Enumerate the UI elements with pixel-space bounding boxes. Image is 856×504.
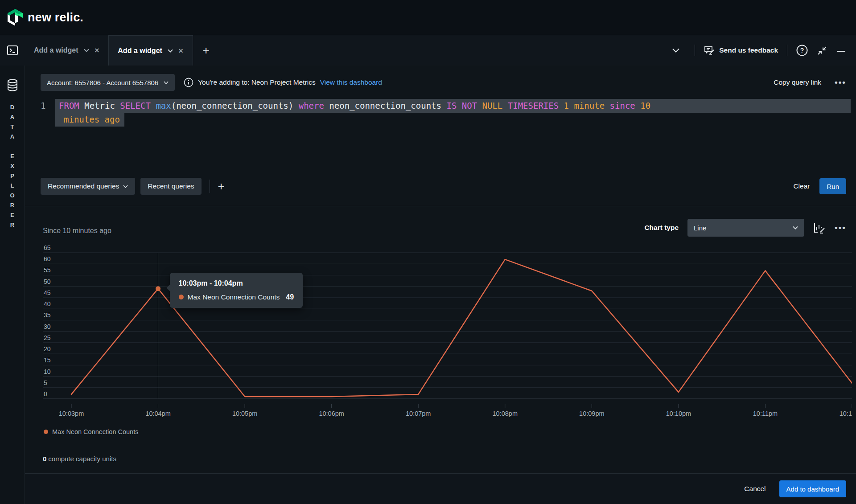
svg-text:10:05pm: 10:05pm bbox=[232, 410, 257, 417]
close-tab-icon[interactable]: ✕ bbox=[95, 47, 100, 54]
help-icon[interactable]: ? bbox=[796, 45, 808, 56]
svg-text:10:12pm: 10:12pm bbox=[840, 410, 852, 417]
chevron-down-icon bbox=[123, 185, 128, 188]
account-selector-value: Account: 6557806 - Account 6557806 bbox=[47, 79, 158, 86]
new-relic-logo-icon bbox=[7, 8, 23, 26]
nrql-editor[interactable]: 1 FROM Metric SELECT max(neon_connection… bbox=[41, 99, 851, 127]
line-chart-svg[interactable]: 0510152025303540455055606510:03pm10:04pm… bbox=[43, 243, 852, 419]
chevron-down-icon bbox=[793, 226, 798, 229]
copy-query-link-button[interactable]: Copy query link bbox=[774, 78, 821, 86]
chart-area[interactable]: 0510152025303540455055606510:03pm10:04pm… bbox=[43, 243, 852, 419]
tooltip-series-name: Max Neon Connection Counts bbox=[188, 293, 280, 301]
footer-bar: Cancel Add to dashboard bbox=[25, 473, 856, 504]
compute-capacity-caption: 0compute capacity units bbox=[43, 455, 116, 463]
query-options-menu-icon[interactable]: ••• bbox=[835, 78, 846, 87]
tab-bar: Add a widget ✕ Add a widget ✕ + bbox=[0, 35, 856, 66]
new-tab-button[interactable]: + bbox=[193, 35, 219, 66]
database-icon bbox=[7, 79, 18, 91]
query-actions-row: Recommended queries Recent queries + Cle… bbox=[41, 178, 846, 195]
tooltip-time-range: 10:03pm - 10:04pm bbox=[179, 279, 294, 287]
svg-text:10:09pm: 10:09pm bbox=[579, 410, 604, 417]
svg-text:50: 50 bbox=[44, 278, 51, 285]
app-header: new relic. bbox=[0, 0, 856, 35]
tab-label: Add a widget bbox=[34, 46, 78, 54]
svg-text:65: 65 bbox=[44, 244, 51, 251]
legend-color-dot bbox=[44, 430, 48, 434]
add-to-dashboard-button[interactable]: Add to dashboard bbox=[779, 480, 846, 497]
svg-text:10:10pm: 10:10pm bbox=[666, 410, 691, 417]
recommended-queries-label: Recommended queries bbox=[48, 182, 119, 190]
legend-label: Max Neon Connection Counts bbox=[52, 428, 138, 435]
recent-queries-button[interactable]: Recent queries bbox=[140, 178, 201, 195]
tab-add-widget-2[interactable]: Add a widget ✕ bbox=[108, 35, 193, 66]
chart-tooltip: 10:03pm - 10:04pm Max Neon Connection Co… bbox=[170, 273, 303, 308]
svg-text:10:06pm: 10:06pm bbox=[319, 410, 344, 417]
svg-text:30: 30 bbox=[44, 323, 51, 330]
svg-text:10:08pm: 10:08pm bbox=[493, 410, 518, 417]
chart-type-row: Chart type Line ••• bbox=[644, 219, 846, 237]
chart-type-label: Chart type bbox=[644, 224, 679, 232]
collapse-icon[interactable] bbox=[817, 45, 827, 56]
account-selector[interactable]: Account: 6557806 - Account 6557806 bbox=[41, 74, 175, 91]
recommended-queries-button[interactable]: Recommended queries bbox=[41, 178, 135, 195]
recent-queries-label: Recent queries bbox=[148, 182, 194, 190]
divider bbox=[210, 180, 210, 193]
svg-text:25: 25 bbox=[44, 334, 51, 341]
svg-text:15: 15 bbox=[44, 356, 51, 364]
close-tab-icon[interactable]: ✕ bbox=[178, 47, 184, 54]
svg-text:10: 10 bbox=[44, 368, 51, 375]
chart-legend[interactable]: Max Neon Connection Counts bbox=[44, 428, 138, 435]
svg-text:10:07pm: 10:07pm bbox=[406, 410, 431, 417]
svg-text:40: 40 bbox=[44, 300, 51, 307]
main-content: Account: 6557806 - Account 6557806 You'r… bbox=[25, 66, 856, 504]
tab-label: Add a widget bbox=[118, 47, 162, 55]
divider bbox=[787, 45, 787, 56]
series-color-dot bbox=[179, 295, 184, 299]
cancel-button[interactable]: Cancel bbox=[744, 485, 765, 493]
svg-text:55: 55 bbox=[44, 266, 51, 274]
chart-panel: Since 10 minutes ago Chart type Line bbox=[25, 206, 856, 473]
svg-text:60: 60 bbox=[44, 255, 51, 262]
clear-button[interactable]: Clear bbox=[793, 182, 810, 190]
add-query-button[interactable]: + bbox=[218, 180, 225, 193]
edit-chart-icon[interactable] bbox=[813, 221, 826, 234]
tab-add-widget-1[interactable]: Add a widget ✕ bbox=[25, 35, 108, 66]
chevron-down-icon[interactable] bbox=[84, 49, 89, 52]
minimize-icon[interactable] bbox=[836, 45, 846, 55]
chevron-down-icon[interactable] bbox=[168, 49, 173, 53]
account-row: Account: 6557806 - Account 6557806 You'r… bbox=[41, 74, 846, 91]
code-line-1: FROM Metric SELECT max(neon_connection_c… bbox=[55, 99, 851, 113]
terminal-icon bbox=[7, 45, 18, 56]
new-relic-logo: new relic. bbox=[7, 8, 83, 26]
data-explorer-rail[interactable]: DATA EXPLORER bbox=[0, 66, 25, 504]
send-feedback-label: Send us feedback bbox=[719, 46, 778, 54]
svg-text:5: 5 bbox=[44, 379, 47, 386]
svg-text:35: 35 bbox=[44, 311, 51, 319]
chart-time-range-label: Since 10 minutes ago bbox=[43, 227, 111, 235]
chart-type-value: Line bbox=[694, 224, 706, 232]
svg-text:10:04pm: 10:04pm bbox=[145, 410, 170, 417]
compute-capacity-value: 0 bbox=[43, 455, 46, 463]
compute-capacity-text: compute capacity units bbox=[48, 455, 116, 463]
svg-text:10:11pm: 10:11pm bbox=[753, 410, 778, 417]
svg-text:20: 20 bbox=[44, 345, 51, 352]
view-dashboard-link[interactable]: View this dashboard bbox=[320, 78, 382, 86]
data-explorer-panel-toggle[interactable] bbox=[0, 35, 25, 66]
tooltip-value: 49 bbox=[286, 293, 294, 301]
chart-type-select[interactable]: Line bbox=[687, 219, 804, 237]
chart-options-menu-icon[interactable]: ••• bbox=[835, 223, 846, 233]
info-icon bbox=[184, 78, 193, 87]
svg-text:?: ? bbox=[800, 47, 804, 54]
chevron-down-icon bbox=[164, 81, 169, 84]
data-explorer-label: DATA EXPLORER bbox=[9, 104, 16, 231]
line-number: 1 bbox=[41, 99, 45, 113]
tab-overflow-chevron-icon[interactable] bbox=[672, 48, 679, 53]
adding-to-text: You're adding to: Neon Project Metrics bbox=[198, 78, 315, 86]
svg-text:0: 0 bbox=[44, 390, 47, 397]
brand-name: new relic. bbox=[28, 11, 83, 25]
send-feedback-button[interactable]: Send us feedback bbox=[704, 45, 778, 55]
feedback-icon bbox=[704, 45, 715, 55]
code-line-2: minutes ago bbox=[55, 113, 124, 127]
run-button[interactable]: Run bbox=[819, 178, 846, 194]
divider bbox=[695, 45, 695, 56]
